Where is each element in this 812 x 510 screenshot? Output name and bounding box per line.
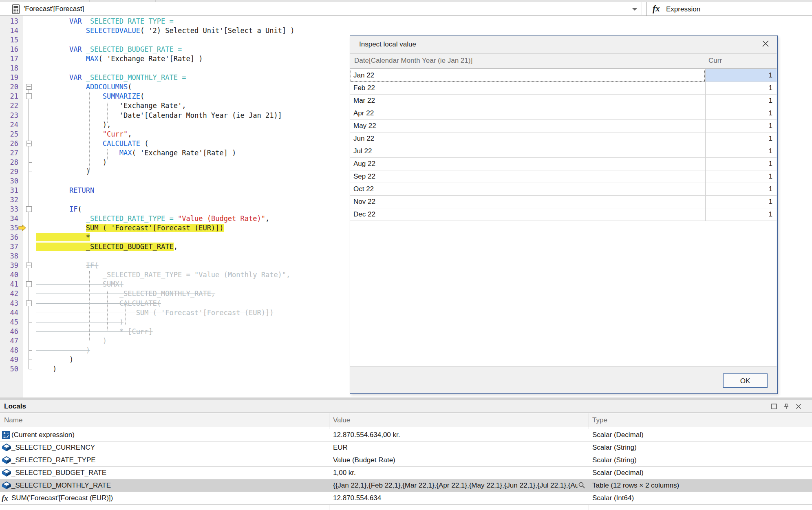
code-line[interactable]: SELECTEDVALUE( '2) Selected Unit'[Select… <box>36 26 295 35</box>
code-line[interactable]: SUMMARIZE( <box>36 92 144 101</box>
curr-value-cell[interactable]: 1 <box>705 158 777 170</box>
locals-row[interactable]: fxSUM('Forecast'[Forecast (EUR)])12.870.… <box>0 492 812 505</box>
month-cell[interactable]: Jan 22 <box>350 69 705 82</box>
code-line[interactable]: 'Date'[Calendar Month Year (ie Jan 21)] <box>36 111 282 120</box>
line-number: 16 <box>0 45 18 54</box>
month-cell[interactable]: Feb 22 <box>350 82 705 95</box>
inspect-table-row[interactable]: Apr 221 <box>350 107 777 120</box>
month-cell[interactable]: Oct 22 <box>350 183 705 196</box>
inspect-table-row[interactable]: Nov 221 <box>350 196 777 208</box>
month-cell[interactable]: Sep 22 <box>350 170 705 183</box>
column-header-type[interactable]: Type <box>592 416 607 424</box>
variable-icon <box>2 468 11 477</box>
curr-value-cell[interactable]: 1 <box>705 208 777 221</box>
month-cell[interactable]: Mar 22 <box>350 95 705 107</box>
fold-collapse-icon[interactable] <box>26 206 32 212</box>
month-cell[interactable]: Nov 22 <box>350 196 705 208</box>
column-header-curr[interactable]: Curr <box>708 57 722 65</box>
locals-row[interactable]: _SELECTED_BUDGET_RATE1,00 kr.Scalar (Dec… <box>0 467 812 479</box>
inspect-table-row[interactable]: Feb 221 <box>350 82 777 95</box>
inspect-table-row[interactable]: Jul 221 <box>350 145 777 158</box>
fold-collapse-icon[interactable] <box>26 93 32 99</box>
code-line[interactable]: VAR _SELECTED_BUDGET_RATE = <box>36 45 182 54</box>
month-cell[interactable]: Dec 22 <box>350 208 705 221</box>
column-header-value[interactable]: Value <box>333 416 350 424</box>
inspect-table-row[interactable]: Sep 221 <box>350 170 777 183</box>
expression-reference-combobox[interactable]: 'Forecast'[Forecast] <box>24 5 84 13</box>
code-line[interactable]: SUM ( 'Forecast'[Forecast (EUR)]) <box>36 223 224 233</box>
chevron-down-icon[interactable] <box>632 8 637 11</box>
fold-collapse-icon[interactable] <box>26 141 32 146</box>
code-line[interactable]: CALCULATE( <box>36 299 161 308</box>
month-cell[interactable]: Apr 22 <box>350 107 705 120</box>
column-header-date[interactable]: Date[Calendar Month Year (ie Jan 21)] <box>354 57 472 65</box>
code-line[interactable]: * [Curr] <box>36 327 153 336</box>
code-line[interactable]: ) <box>36 346 90 355</box>
code-line[interactable]: SUM ( 'Forecast'[Forecast (EUR)]) <box>36 308 274 318</box>
month-cell[interactable]: May 22 <box>350 120 705 132</box>
fold-collapse-icon[interactable] <box>26 300 32 306</box>
curr-value-cell[interactable]: 1 <box>705 145 777 158</box>
code-line[interactable]: ) <box>36 355 73 364</box>
locals-row[interactable]: _SELECTED_MONTHLY_RATE{{Jan 22,1},{Feb 2… <box>0 479 812 492</box>
line-number: 50 <box>0 364 18 374</box>
code-line[interactable]: ) <box>36 318 124 327</box>
column-header-name[interactable]: Name <box>4 416 22 424</box>
close-icon[interactable] <box>795 403 802 410</box>
fold-collapse-icon[interactable] <box>26 281 32 287</box>
month-cell[interactable]: Jul 22 <box>350 145 705 158</box>
code-line[interactable]: _SELECTED_MONTHLY_RATE, <box>36 289 215 298</box>
code-line[interactable]: ) <box>36 364 57 374</box>
inspect-table-row[interactable]: Jun 221 <box>350 132 777 145</box>
locals-row[interactable]: _SELECTED_CURRENCYEURScalar (String) <box>0 442 812 454</box>
curr-value-cell[interactable]: 1 <box>705 183 777 196</box>
curr-value-cell[interactable]: 1 <box>705 107 777 120</box>
code-line[interactable]: _SELECTED_RATE_TYPE = "Value (Monthly Ra… <box>36 270 290 280</box>
code-line[interactable]: VAR _SELECTED_RATE_TYPE = <box>36 17 174 26</box>
code-line[interactable]: 'Exchange Rate', <box>36 101 186 110</box>
curr-value-cell[interactable]: 1 <box>705 69 777 82</box>
inspect-table-row[interactable]: Dec 221 <box>350 208 777 221</box>
code-line[interactable]: ADDCOLUMNS( <box>36 82 132 92</box>
inspect-table-row[interactable]: Aug 221 <box>350 158 777 170</box>
code-line[interactable]: * <box>36 233 90 242</box>
code-line[interactable]: CALCULATE ( <box>36 139 148 148</box>
code-line[interactable]: VAR _SELECTED_MONTHLY_RATE = <box>36 73 186 82</box>
close-icon[interactable] <box>761 40 770 49</box>
code-line[interactable]: IF( <box>36 261 99 270</box>
code-line[interactable]: _SELECTED_RATE_TYPE = "Value (Budget Rat… <box>36 214 269 223</box>
code-line[interactable]: "Curr", <box>36 130 132 139</box>
code-line[interactable]: RETURN <box>36 186 94 195</box>
inspect-table-row[interactable]: Jan 221 <box>350 69 777 82</box>
ok-button[interactable]: OK <box>723 373 768 388</box>
curr-value-cell[interactable]: 1 <box>705 95 777 107</box>
code-line[interactable]: SUMX( <box>36 280 124 289</box>
code-line[interactable]: MAX( 'Exchange Rate'[Rate] ) <box>36 148 236 158</box>
toolbar-separator <box>642 2 642 16</box>
locals-row[interactable]: (Current expression)12.870.554.634,00 kr… <box>0 429 812 442</box>
fold-collapse-icon[interactable] <box>26 263 32 268</box>
curr-value-cell[interactable]: 1 <box>705 170 777 183</box>
curr-value-cell[interactable]: 1 <box>705 120 777 132</box>
pin-icon[interactable] <box>783 403 790 410</box>
inspect-table-row[interactable]: Mar 221 <box>350 95 777 107</box>
code-line[interactable]: ) <box>36 167 90 177</box>
code-line[interactable]: IF( <box>36 205 82 214</box>
code-line[interactable]: ) <box>36 336 107 346</box>
locals-row[interactable]: _SELECTED_RATE_TYPEValue (Budget Rate)Sc… <box>0 454 812 467</box>
code-line[interactable]: ) <box>36 158 107 167</box>
curr-value-cell[interactable]: 1 <box>705 132 777 145</box>
code-line[interactable]: ), <box>36 120 111 130</box>
code-line[interactable]: _SELECTED_BUDGET_RATE, <box>36 242 178 252</box>
maximize-icon[interactable] <box>770 403 778 410</box>
fold-collapse-icon[interactable] <box>26 84 32 90</box>
magnifier-icon[interactable] <box>578 481 585 490</box>
month-cell[interactable]: Aug 22 <box>350 158 705 170</box>
curr-value-cell[interactable]: 1 <box>705 82 777 95</box>
inspect-table-row[interactable]: May 221 <box>350 120 777 132</box>
line-number: 35 <box>0 223 18 233</box>
month-cell[interactable]: Jun 22 <box>350 132 705 145</box>
code-line[interactable]: MAX( 'Exchange Rate'[Rate] ) <box>36 54 203 64</box>
curr-value-cell[interactable]: 1 <box>705 196 777 208</box>
inspect-table-row[interactable]: Oct 221 <box>350 183 777 196</box>
